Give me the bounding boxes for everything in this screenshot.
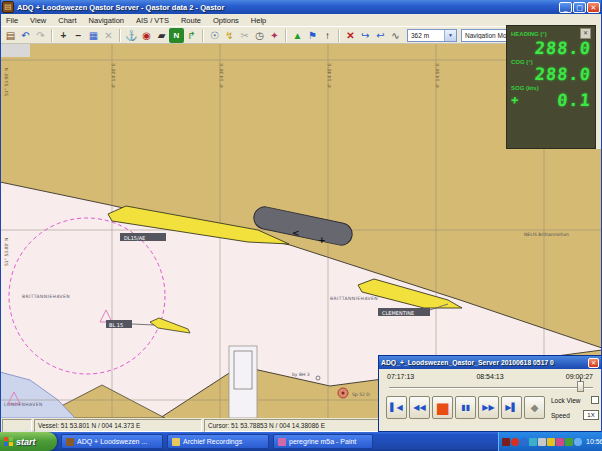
rewind-button[interactable]: ◀◀ [409, 396, 430, 419]
status-cursor: Cursor: 51 53.78853 N / 004 14.38086 E [204, 419, 402, 432]
tray-status-icon-9[interactable] [574, 438, 582, 446]
chevron-down-icon[interactable]: ▼ [444, 30, 456, 41]
zoom-in-icon[interactable]: + [56, 28, 71, 43]
ship-icon[interactable]: ▰ [154, 28, 169, 43]
playback-slider[interactable] [389, 387, 593, 389]
undo-icon[interactable]: ↶ [18, 28, 33, 43]
playback-title-bar[interactable]: ADQ_+_Loodswezen_Qastor_Server 20100618 … [379, 356, 601, 369]
menu-ais-vts[interactable]: AIS / VTS [130, 16, 175, 25]
alarm-triangle-icon[interactable]: ▲ [290, 28, 305, 43]
north-arrow-icon[interactable]: ↑ [320, 28, 335, 43]
tray-status-icon-7[interactable] [556, 438, 564, 446]
status-vessel: Vessel: 51 53.801 N / 004 14.373 E [34, 419, 202, 432]
taskbar-item-qastor[interactable]: ADQ + Loodswezen ... [61, 434, 163, 449]
clock-icon[interactable]: ◷ [252, 28, 267, 43]
speed-label: Speed [551, 412, 583, 419]
predictor-icon[interactable]: ↪ [358, 28, 373, 43]
fast-forward-button[interactable]: ▶▶ [478, 396, 499, 419]
label-londenhaven: LONDENHAVEN [4, 402, 43, 407]
overview-grid-icon[interactable]: ▦ [86, 28, 101, 43]
skip-start-button[interactable]: ▌◀ [386, 396, 407, 419]
label-by-bh: by BH 3 [292, 372, 310, 377]
start-label: start [16, 437, 36, 447]
delete-icon[interactable]: ✕ [343, 28, 358, 43]
toolbar-separator [202, 29, 204, 42]
route-export-icon[interactable]: ↱ [184, 28, 199, 43]
anchor-icon[interactable]: ⚓ [124, 28, 139, 43]
menu-view[interactable]: View [24, 16, 52, 25]
menu-chart[interactable]: Chart [52, 16, 82, 25]
taskbar-item-paint[interactable]: peregrine m5a - Paint [273, 434, 373, 449]
label-nelis: NELIS Brittanniehvn [524, 232, 569, 237]
playback-title: ADQ_+_Loodswezen_Qastor_Server 20100618 … [381, 359, 588, 366]
own-ship-chevron: < [292, 228, 300, 238]
start-time: 07:17:13 [387, 373, 414, 380]
sog-value: 0.1 [556, 91, 591, 109]
label-brittanniehaven-east: BRITTANNIEHAVEN [330, 296, 378, 301]
skip-end-button[interactable]: ▶▌ [501, 396, 522, 419]
cog-value: 288.0 [510, 65, 592, 83]
deselect-icon[interactable]: ✕ [101, 28, 116, 43]
menu-file[interactable]: File [0, 16, 24, 25]
tray-status-icon-6[interactable] [547, 438, 555, 446]
speed-value[interactable]: 1X [583, 410, 599, 420]
system-tray: 10:56 [498, 432, 602, 451]
compass-icon[interactable]: ✦ [267, 28, 282, 43]
menu-route[interactable]: Route [175, 16, 207, 25]
maximize-button[interactable]: ▢ [573, 2, 586, 13]
tray-status-icon-1[interactable] [502, 438, 510, 446]
playback-dialog: ADQ_+_Loodswezen_Qastor_Server 20100618 … [378, 355, 602, 432]
flag-monitor-icon[interactable]: ⚑ [305, 28, 320, 43]
toolbar-separator [285, 29, 287, 42]
past-track-icon[interactable]: ↩ [373, 28, 388, 43]
lon-label-3: 4° 14.40' E [327, 63, 332, 88]
toolbar-separator [119, 29, 121, 42]
panel-edge-strip [596, 25, 602, 149]
stop-button[interactable]: ■ [432, 396, 453, 419]
slider-thumb[interactable] [577, 381, 584, 392]
windows-flag-icon [4, 437, 13, 446]
tray-status-icon-5[interactable] [538, 438, 546, 446]
lon-label-2: 4° 14.30' E [219, 63, 224, 88]
playback-close-icon[interactable]: ✕ [588, 358, 599, 368]
taskbar: start ADQ + Loodswezen ... Archief Recor… [0, 432, 602, 451]
instrument-panel: HEADING (°) ✕ 288.0 COG (°) 288.0 SOG (k… [506, 25, 596, 149]
lon-label-4: 4° 14.50' E [435, 63, 440, 88]
tray-status-icon-4[interactable] [529, 438, 537, 446]
range-value: 362 m [408, 32, 444, 39]
app-icon: ▤ [2, 1, 14, 13]
minimize-button[interactable]: _ [559, 2, 572, 13]
menu-help[interactable]: Help [245, 16, 272, 25]
globe-icon[interactable]: ☉ [207, 28, 222, 43]
record-button[interactable]: ◆ [524, 396, 545, 419]
window-title: ADQ + Loodswezen Qastor Server - Qastor … [17, 3, 558, 12]
measure-icon[interactable]: ↯ [222, 28, 237, 43]
trail-icon[interactable]: ∿ [388, 28, 403, 43]
taskbar-clock: 10:56 [586, 438, 602, 445]
lock-view-checkbox[interactable] [591, 396, 599, 404]
redo-icon[interactable]: ↷ [33, 28, 48, 43]
pause-button[interactable]: ▮▮ [455, 396, 476, 419]
label-buoy: Sp 52 D [352, 392, 370, 397]
toolbar-separator [51, 29, 53, 42]
lock-view-label: Lock View [551, 397, 591, 404]
own-ship-cross: + [318, 235, 326, 245]
range-select[interactable]: 362 m ▼ [407, 29, 457, 42]
qastor-app-icon [66, 438, 74, 446]
chart-new-icon[interactable]: N [169, 28, 184, 43]
taskbar-item-archief[interactable]: Archief Recordings [167, 434, 269, 449]
cut-icon[interactable]: ✂ [237, 28, 252, 43]
chart-app-icon[interactable]: ▤ [3, 28, 18, 43]
tray-status-icon-3[interactable] [520, 438, 528, 446]
ais-target-icon[interactable]: ◉ [139, 28, 154, 43]
close-button[interactable]: ✕ [587, 2, 600, 13]
status-blank [2, 419, 32, 432]
chart-edge-patch [0, 44, 30, 57]
tray-status-icon-8[interactable] [565, 438, 573, 446]
menu-navigation[interactable]: Navigation [83, 16, 130, 25]
menu-options[interactable]: Options [207, 16, 245, 25]
tray-status-icon-2[interactable] [511, 438, 519, 446]
buoy-dot [342, 392, 345, 395]
start-button[interactable]: start [0, 432, 57, 451]
zoom-out-icon[interactable]: − [71, 28, 86, 43]
